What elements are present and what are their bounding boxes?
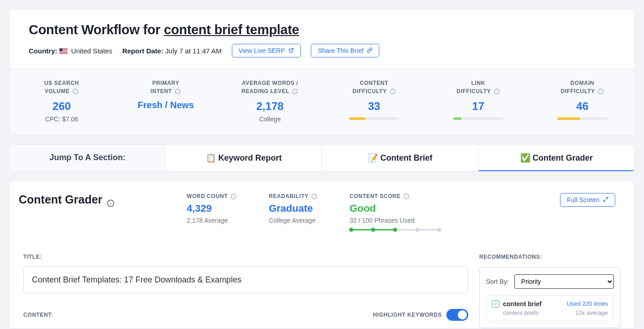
metric-content-difficulty: CONTENT DIFFICULTY 33 (322, 69, 426, 135)
highlight-keywords-label: HIGHLIGHT KEYWORDS (373, 312, 442, 318)
readability-value: Graduate (269, 203, 318, 214)
editor-column: TITLE: CONTENT: HIGHLIGHT KEYWORDS (23, 254, 468, 328)
word-count-value: 4,329 (187, 203, 237, 214)
metric-label-line: LINK (471, 80, 485, 86)
recommendation-keyword: content brief (503, 300, 542, 308)
svg-line-0 (291, 48, 293, 51)
content-score-value: Good (350, 203, 441, 214)
title-prefix: Content Workflow for (29, 22, 164, 37)
sort-by-select[interactable]: Priority (514, 274, 614, 289)
difficulty-bar (349, 117, 399, 120)
link-difficulty-value: 17 (432, 100, 525, 113)
page-title: Content Workflow for content brief templ… (29, 22, 615, 37)
full-screen-button[interactable]: Full Screen (560, 193, 615, 207)
content-score-sub: 32 / 100 Phrases Used (350, 217, 441, 224)
difficulty-bar (557, 117, 607, 120)
avg-words-value: 2,178 (223, 100, 316, 113)
difficulty-bar (453, 117, 503, 120)
info-icon[interactable] (597, 89, 604, 95)
country-group: Country: United States (29, 47, 112, 55)
recommendations-column: RECOMMENDATIONS: Sort By: Priority ✓ con… (479, 254, 621, 328)
info-icon[interactable] (292, 89, 298, 95)
metric-domain-difficulty: DOMAIN DIFFICULTY 46 (530, 69, 634, 135)
info-icon[interactable] (230, 193, 237, 200)
grader-actions: Full Screen (560, 193, 615, 207)
domain-difficulty-value: 46 (536, 100, 629, 113)
content-field-label: CONTENT: (23, 312, 53, 318)
meta-row: Country: United States Report Date: July… (29, 44, 615, 57)
jump-to-section-label: Jump To A Section: (10, 145, 166, 171)
gmetric-content-score: CONTENT SCORE Good 32 / 100 Phrases Used (350, 193, 441, 232)
info-icon[interactable] (493, 89, 500, 95)
sort-by-label: Sort By: (486, 278, 509, 285)
metric-label-line: CONTENT (360, 80, 388, 86)
info-icon[interactable] (175, 89, 181, 95)
country-value: United States (71, 47, 112, 55)
gmetric-word-count: WORD COUNT 4,329 2,178 Average (187, 193, 237, 232)
info-icon[interactable] (389, 89, 396, 95)
metric-avg-words: AVERAGE WORDS / READING LEVEL 2,178 Coll… (218, 69, 322, 135)
score-track (350, 228, 441, 232)
gmetric-label-text: CONTENT SCORE (350, 193, 401, 199)
word-count-sub: 2,178 Average (187, 217, 237, 224)
tab-content-grader[interactable]: ✅ Content Grader (479, 145, 635, 171)
recommendation-item[interactable]: ✓ content brief Used 220 times content b… (486, 295, 614, 321)
check-icon: ✓ (492, 300, 499, 308)
metric-label-line: DIFFICULTY (561, 88, 595, 94)
gmetric-readability: READABILITY Graduate College Average (269, 193, 318, 232)
highlight-keywords-toggle[interactable] (446, 309, 468, 321)
metric-label-line: INTENT (151, 88, 172, 94)
share-brief-label: Share This Brief (318, 47, 363, 54)
metric-label-line: AVERAGE WORDS / (242, 80, 298, 86)
tab-keyword-report[interactable]: 📋 Keyword Report (166, 145, 323, 171)
expand-icon (603, 196, 608, 204)
title-input[interactable] (23, 266, 468, 293)
report-date-label: Report Date: (122, 47, 163, 55)
info-icon[interactable] (403, 193, 410, 200)
info-icon[interactable] (311, 193, 318, 200)
recommendation-average: 13x average (575, 309, 608, 316)
report-date-group: Report Date: July 7 at 11:47 AM (122, 47, 222, 55)
readability-sub: College Average (269, 217, 318, 224)
reading-level-value: College (223, 115, 316, 123)
metric-primary-intent: PRIMARY INTENT Fresh / News (114, 69, 218, 135)
header-section: Content Workflow for content brief templ… (10, 10, 634, 68)
recommendation-sub-keyword: content briefs (503, 309, 539, 316)
sort-row: Sort By: Priority (486, 274, 614, 289)
us-flag-icon (59, 48, 68, 54)
tab-content-brief[interactable]: 📝 Content Brief (322, 145, 479, 171)
info-icon[interactable] (73, 89, 79, 95)
grader-title-text: Content Grader (19, 193, 102, 206)
cpc-value: CPC: $7.06 (15, 115, 108, 123)
title-keyword: content brief template (164, 22, 299, 37)
country-label: Country: (29, 47, 58, 55)
metric-link-difficulty: LINK DIFFICULTY 17 (426, 69, 530, 135)
gmetric-label-text: WORD COUNT (187, 193, 228, 199)
metric-label-line: VOLUME (45, 88, 70, 94)
recommendations-box: Sort By: Priority ✓ content brief Used 2… (479, 267, 621, 328)
report-date-value: July 7 at 11:47 AM (165, 47, 221, 55)
section-tabs: Jump To A Section: 📋 Keyword Report 📝 Co… (9, 144, 635, 172)
view-live-serp-button[interactable]: View Live SERP (232, 44, 301, 57)
content-difficulty-value: 33 (328, 100, 421, 113)
external-link-icon (288, 47, 294, 54)
link-icon (367, 47, 372, 54)
workflow-header-card: Content Workflow for content brief templ… (9, 9, 635, 135)
gmetric-label-text: READABILITY (269, 193, 309, 199)
metric-label-line: DOMAIN (571, 80, 594, 86)
content-header-row: CONTENT: HIGHLIGHT KEYWORDS (23, 309, 468, 321)
info-icon[interactable] (107, 197, 113, 203)
view-live-serp-label: View Live SERP (239, 47, 285, 54)
grader-header: Content Grader WORD COUNT 4,329 2,178 Av… (10, 181, 634, 235)
metric-label-line: DIFFICULTY (456, 88, 491, 94)
metric-label-line: READING LEVEL (241, 88, 289, 94)
primary-intent-value: Fresh / News (119, 100, 212, 110)
grader-metrics: WORD COUNT 4,329 2,178 Average READABILI… (187, 193, 538, 232)
recommendation-used: Used 220 times (567, 300, 608, 307)
title-field-label: TITLE: (23, 254, 468, 260)
metric-label-line: US SEARCH (44, 80, 79, 86)
search-volume-value: 260 (15, 100, 108, 113)
full-screen-label: Full Screen (567, 196, 599, 204)
share-brief-button[interactable]: Share This Brief (311, 44, 379, 57)
content-grader-card: Content Grader WORD COUNT 4,329 2,178 Av… (9, 181, 635, 329)
